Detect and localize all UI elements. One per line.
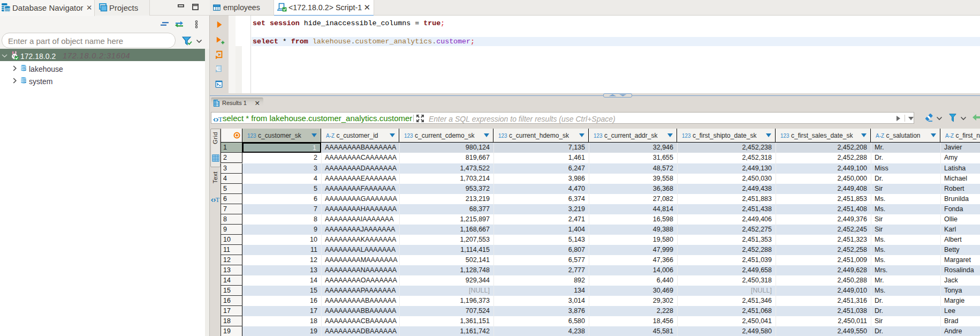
svg-text:T: T [216,196,220,204]
